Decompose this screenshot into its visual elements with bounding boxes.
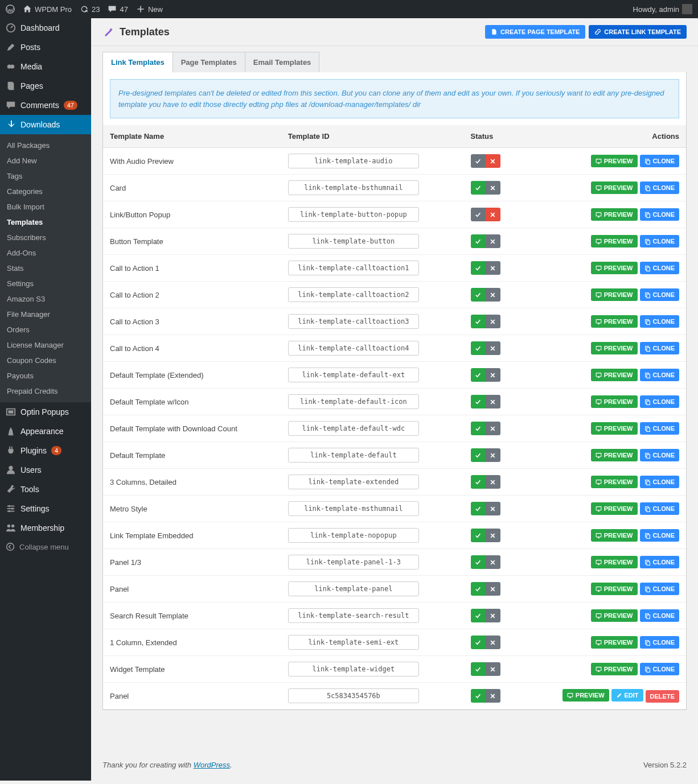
status-enable-button[interactable] — [471, 368, 486, 382]
status-disable-button[interactable] — [486, 422, 500, 435]
howdy[interactable]: Howdy, admin — [633, 4, 692, 14]
preview-button[interactable]: PREVIEW — [591, 208, 638, 221]
template-id-input[interactable] — [288, 555, 419, 570]
preview-button[interactable]: PREVIEW — [591, 636, 638, 649]
template-id-input[interactable] — [288, 501, 419, 516]
template-id-input[interactable] — [288, 581, 419, 596]
clone-button[interactable]: CLONE — [640, 288, 680, 301]
clone-button[interactable]: CLONE — [640, 235, 680, 247]
preview-button[interactable]: PREVIEW — [591, 476, 638, 488]
status-enable-button[interactable] — [471, 154, 486, 168]
clone-button[interactable]: CLONE — [640, 315, 680, 328]
menu-membership[interactable]: Membership — [0, 518, 91, 538]
clone-button[interactable]: CLONE — [640, 342, 680, 354]
status-enable-button[interactable] — [471, 689, 486, 703]
status-enable-button[interactable] — [471, 234, 486, 248]
preview-button[interactable]: PREVIEW — [591, 155, 638, 167]
template-id-input[interactable] — [288, 394, 419, 409]
template-id-input[interactable] — [288, 368, 419, 382]
preview-button[interactable]: PREVIEW — [591, 181, 638, 194]
template-id-input[interactable] — [288, 688, 419, 703]
updates-count[interactable]: 23 — [80, 5, 100, 14]
menu-tools[interactable]: Tools — [0, 480, 91, 499]
submenu-subscribers[interactable]: Subscribers — [0, 230, 91, 245]
preview-button[interactable]: PREVIEW — [591, 315, 638, 328]
clone-button[interactable]: CLONE — [640, 583, 680, 595]
status-enable-button[interactable] — [471, 448, 486, 462]
clone-button[interactable]: CLONE — [640, 449, 680, 461]
submenu-prepaid-credits[interactable]: Prepaid Credits — [0, 383, 91, 399]
preview-button[interactable]: PREVIEW — [591, 529, 638, 542]
menu-plugins[interactable]: Plugins4 — [0, 441, 91, 460]
status-disable-button[interactable] — [486, 208, 500, 221]
status-disable-button[interactable] — [486, 689, 500, 703]
submenu-amazon-s3[interactable]: Amazon S3 — [0, 291, 91, 307]
status-disable-button[interactable] — [486, 529, 500, 542]
status-disable-button[interactable] — [486, 662, 500, 676]
preview-button[interactable]: PREVIEW — [562, 689, 609, 702]
status-enable-button[interactable] — [471, 555, 486, 569]
clone-button[interactable]: CLONE — [640, 636, 680, 649]
preview-button[interactable]: PREVIEW — [591, 395, 638, 408]
menu-optin-popups[interactable]: Optin Popups — [0, 402, 91, 422]
submenu-orders[interactable]: Orders — [0, 322, 91, 337]
comments-count[interactable]: 47 — [108, 5, 128, 14]
clone-button[interactable]: CLONE — [640, 262, 680, 274]
template-id-input[interactable] — [288, 180, 419, 195]
create-page-template-button[interactable]: Create Page Template — [485, 25, 585, 39]
create-link-template-button[interactable]: Create Link Template — [589, 25, 687, 39]
status-enable-button[interactable] — [471, 341, 486, 355]
status-enable-button[interactable] — [471, 529, 486, 542]
preview-button[interactable]: PREVIEW — [591, 449, 638, 461]
preview-button[interactable]: PREVIEW — [591, 369, 638, 381]
status-enable-button[interactable] — [471, 395, 486, 408]
status-disable-button[interactable] — [486, 261, 500, 275]
template-id-input[interactable] — [288, 474, 419, 489]
clone-button[interactable]: CLONE — [640, 208, 680, 221]
preview-button[interactable]: PREVIEW — [591, 502, 638, 515]
status-enable-button[interactable] — [471, 181, 486, 195]
template-id-input[interactable] — [288, 608, 419, 623]
template-id-input[interactable] — [288, 421, 419, 436]
status-disable-button[interactable] — [486, 181, 500, 195]
clone-button[interactable]: CLONE — [640, 369, 680, 381]
status-disable-button[interactable] — [486, 555, 500, 569]
menu-users[interactable]: Users — [0, 460, 91, 480]
submenu-add-ons[interactable]: Add-Ons — [0, 245, 91, 261]
submenu-license-manager[interactable]: License Manager — [0, 337, 91, 353]
submenu-tags[interactable]: Tags — [0, 168, 91, 184]
template-id-input[interactable] — [288, 234, 419, 249]
status-disable-button[interactable] — [486, 341, 500, 355]
status-disable-button[interactable] — [486, 475, 500, 489]
status-disable-button[interactable] — [486, 315, 500, 328]
menu-appearance[interactable]: Appearance — [0, 422, 91, 441]
clone-button[interactable]: CLONE — [640, 181, 680, 194]
edit-button[interactable]: EDIT — [611, 689, 643, 702]
new-content[interactable]: New — [136, 5, 163, 14]
site-name[interactable]: WPDM Pro — [23, 5, 72, 14]
submenu-add-new[interactable]: Add New — [0, 153, 91, 168]
clone-button[interactable]: CLONE — [640, 502, 680, 515]
delete-button[interactable]: DELETE — [646, 690, 679, 703]
submenu-coupon-codes[interactable]: Coupon Codes — [0, 353, 91, 368]
preview-button[interactable]: PREVIEW — [591, 663, 638, 675]
status-enable-button[interactable] — [471, 208, 486, 221]
clone-button[interactable]: CLONE — [640, 155, 680, 167]
status-disable-button[interactable] — [486, 288, 500, 302]
preview-button[interactable]: PREVIEW — [591, 556, 638, 568]
clone-button[interactable]: CLONE — [640, 663, 680, 675]
status-enable-button[interactable] — [471, 422, 486, 435]
clone-button[interactable]: CLONE — [640, 529, 680, 542]
status-enable-button[interactable] — [471, 261, 486, 275]
status-enable-button[interactable] — [471, 582, 486, 596]
submenu-payouts[interactable]: Payouts — [0, 368, 91, 383]
tab-email-templates[interactable]: Email Templates — [245, 52, 320, 73]
template-id-input[interactable] — [288, 154, 419, 168]
status-disable-button[interactable] — [486, 154, 500, 168]
preview-button[interactable]: PREVIEW — [591, 235, 638, 247]
status-enable-button[interactable] — [471, 315, 486, 328]
menu-media[interactable]: Media — [0, 57, 91, 76]
wp-logo-icon[interactable] — [6, 5, 15, 14]
menu-dashboard[interactable]: Dashboard — [0, 18, 91, 38]
submenu-settings[interactable]: Settings — [0, 276, 91, 291]
